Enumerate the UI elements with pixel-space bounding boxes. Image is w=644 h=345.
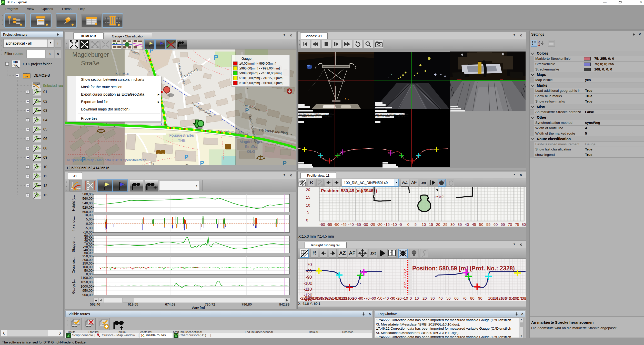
svg-text:P: P [200,160,204,165]
svg-text:-110: -110 [304,287,312,292]
svg-text:150,00: 150,00 [82,261,93,265]
svg-text:35: 35 [458,222,462,227]
svg-text:60: 60 [454,296,459,300]
svg-text:580,00: 580,00 [82,192,93,196]
svg-text:-25: -25 [370,222,375,227]
svg-text:730,72: 730,72 [205,302,215,306]
svg-text:40: 40 [465,222,469,227]
svg-text:DTK: DTK [13,61,18,64]
svg-text:-90: -90 [306,275,312,280]
svg-text:15: 15 [306,195,310,199]
svg-text:-40: -40 [383,296,389,300]
svg-text:-70: -70 [306,262,312,267]
svg-text:842,89: 842,89 [279,302,289,306]
svg-text:T.weiter fahre 23.15.20.01 0:4: T.weiter fahre 23.15.20.01 0:43 [375,116,408,118]
svg-text:T.weiter fahre 23.07.20.04 4:3: T.weiter fahre 23.07.20.04 4:33 [299,116,332,118]
svg-text:-5,00: -5,00 [85,226,93,230]
svg-text:0: 0 [306,218,308,222]
svg-text:-30: -30 [390,296,395,300]
svg-text:100,00: 100,00 [82,265,93,269]
svg-text:Cross se...: Cross se... [72,257,75,273]
svg-text:50,00: 50,00 [84,269,93,272]
svg-text:© OpenStreetMap - Map data ©20: © OpenStreetMap - Map data ©2019 OpenStr… [67,158,146,162]
svg-text:P: P [150,49,154,54]
svg-text:30: 30 [430,296,435,300]
svg-text:Fouquéstraße/: Fouquéstraße/ [169,133,194,137]
svg-text:Z: Z [538,43,540,46]
svg-text:⊖: ⊖ [95,299,97,302]
svg-text:90: 90 [478,296,482,300]
svg-text:-80: -80 [306,269,312,273]
svg-text:P: P [214,54,218,61]
svg-text:-40: -40 [348,222,354,227]
svg-text:674,63: 674,63 [165,302,175,306]
svg-text:-10: -10 [402,296,408,300]
svg-text:-90: -90 [351,296,357,300]
svg-text:20: 20 [306,187,310,192]
svg-text:Height [c...: Height [c... [72,195,75,211]
svg-text:A: A [538,40,540,43]
svg-text:30: 30 [450,222,455,227]
svg-text:950,00: 950,00 [82,289,93,292]
svg-text:560,00: 560,00 [82,197,93,200]
svg-text:0: 0 [410,296,412,300]
svg-text:50: 50 [479,222,484,227]
svg-text:5,00: 5,00 [86,217,93,221]
svg-text:ΔX: +728,2: ΔX: +728,2 [403,269,407,288]
svg-text:-80: -80 [358,296,363,300]
svg-text:70: 70 [508,222,512,227]
svg-text:0,00: 0,00 [86,222,93,226]
svg-text:250,00: 250,00 [82,254,93,258]
svg-text:Position: 580,48 [m](39461): Position: 580,48 [m](39461) [321,188,377,193]
svg-text:Gauge [...: Gauge [... [72,279,75,294]
svg-text:10,00: 10,00 [84,213,93,217]
svg-text:DTK: DTK [73,188,79,191]
svg-text:α = 0,0°: α = 0,0° [434,195,445,199]
svg-text:-100: -100 [304,281,312,286]
svg-text:4 x shoc...: 4 x shoc... [72,216,75,231]
svg-text:200,00: 200,00 [82,258,93,262]
svg-text:40: 40 [438,296,443,300]
svg-text:190: 190 [525,296,526,300]
svg-text:-60: -60 [370,296,376,300]
svg-text:25: 25 [443,222,448,227]
svg-text:50: 50 [446,296,451,300]
svg-text:-20: -20 [377,222,383,227]
svg-text:Way [m]: Way [m] [192,306,205,309]
svg-text:-30: -30 [363,222,368,227]
svg-text:900,00: 900,00 [82,293,93,297]
svg-text:80: 80 [522,222,526,227]
svg-text:-50: -50 [377,296,383,300]
svg-text:619,55: 619,55 [128,302,138,306]
svg-text:-5: -5 [398,222,402,227]
svg-text:562,46: 562,46 [90,302,100,306]
svg-text:1050,00: 1050,00 [80,280,93,284]
svg-text:DTK: DTK [24,76,27,78]
svg-text:5: 5 [415,222,417,227]
svg-text:15: 15 [429,222,433,227]
svg-text:10: 10 [422,222,426,227]
svg-text:10: 10 [306,203,310,207]
svg-text:-10: -10 [391,222,397,227]
svg-text:-20: -20 [396,296,402,300]
svg-text:-55: -55 [327,222,332,227]
svg-text:Stagger ...: Stagger ... [72,237,75,252]
svg-text:-70: -70 [364,296,370,300]
svg-text:55: 55 [486,222,491,227]
svg-text:THB: THB [178,138,186,143]
svg-text:5: 5 [307,210,309,214]
svg-text:-60: -60 [319,222,325,227]
svg-text:-15: -15 [384,222,390,227]
svg-text:75: 75 [515,222,519,227]
svg-text:-35: -35 [355,222,361,227]
svg-text:80: 80 [470,296,475,300]
svg-text:796,80: 796,80 [242,302,252,306]
svg-text:1000,00: 1000,00 [80,285,93,288]
svg-text:P: P [184,154,188,160]
svg-text:1100,00: 1100,00 [81,276,93,280]
svg-text:540,00: 540,00 [82,201,93,205]
svg-text:Spurlweite_m +2014[mm] rail= 5: Spurlweite_m +2014[mm] rail= 5[mm] [299,113,335,115]
svg-text:10: 10 [415,296,419,300]
svg-text:-50: -50 [334,222,339,227]
svg-text:20: 20 [436,222,440,227]
